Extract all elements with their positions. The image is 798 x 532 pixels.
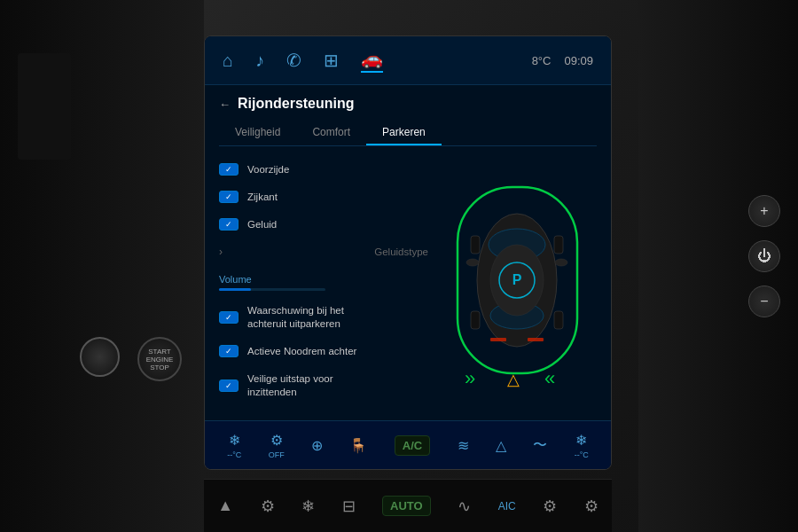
phys-freeze[interactable]: ❄	[301, 497, 315, 516]
wind-symbol: 〜	[533, 436, 547, 455]
off-symbol: ⚙	[270, 432, 283, 449]
phys-grid[interactable]: ⊟	[342, 497, 356, 516]
label-waarschuwing: Waarschuwing bij hetachteruit uitparkere…	[247, 304, 344, 331]
phys-settings2[interactable]: ⚙	[543, 497, 557, 516]
car-nav-icon[interactable]: 🚗	[361, 48, 383, 73]
ac-label: A/C	[395, 435, 430, 456]
tabs: Veiligheid Comfort Parkeren	[219, 121, 597, 146]
physical-controls-bottom: ▲ ⚙ ❄ ⊟ AUTO ∿ AIC ⚙ ⚙	[204, 479, 612, 532]
svg-rect-8	[554, 236, 563, 254]
tab-parkeren[interactable]: Parkeren	[366, 121, 442, 145]
setting-geluidstype[interactable]: › Geluidstype	[219, 241, 428, 263]
ac-icon[interactable]: A/C	[395, 435, 430, 456]
label-geluid: Geluid	[247, 218, 277, 231]
home-nav-icon[interactable]: ⌂	[223, 51, 233, 71]
volume-label: Volume	[219, 274, 428, 285]
left-knob[interactable]	[80, 337, 120, 377]
car-svg: P » △ «	[449, 174, 586, 395]
phys-auto[interactable]: AUTO	[382, 496, 431, 516]
temp-right-icon[interactable]: ❄ --°C	[575, 432, 589, 459]
toggle-uitstap: ✓	[219, 379, 239, 392]
fan-up-icon: ▲	[217, 497, 233, 515]
phys-wave[interactable]: ∿	[458, 497, 471, 516]
setting-geluid[interactable]: ✓ Geluid	[219, 214, 428, 236]
back-arrow[interactable]: ←	[219, 98, 231, 111]
fan-symbol: ⊕	[311, 437, 323, 454]
minus-button[interactable]: −	[748, 286, 780, 317]
setting-voorzijde[interactable]: ✓ Voorzijde	[219, 159, 428, 181]
temp-left-icon[interactable]: ❄ --°C	[227, 432, 241, 459]
phys-settings3[interactable]: ⚙	[584, 497, 598, 516]
svg-rect-10	[554, 311, 563, 329]
side-controls: + ⏻ −	[748, 195, 780, 317]
apps-nav-icon[interactable]: ⊞	[324, 50, 339, 71]
two-col-layout: ✓ Voorzijde ✓ Zijkant ✓ G	[219, 159, 597, 411]
toggle-waarschuwing: ✓	[219, 311, 239, 324]
setting-zijkant[interactable]: ✓ Zijkant	[219, 186, 428, 208]
off-label: OFF	[269, 450, 285, 459]
auto-label: AUTO	[382, 496, 431, 516]
seat-heat-icon[interactable]: 🪑	[349, 437, 367, 454]
tab-comfort[interactable]: Comfort	[296, 121, 366, 145]
tab-veiligheid[interactable]: Veiligheid	[219, 121, 296, 145]
svg-point-6	[555, 259, 567, 266]
svg-text:P: P	[512, 272, 521, 287]
label-noodrem: Actieve Noodrem achter	[247, 345, 356, 358]
setting-waarschuwing[interactable]: ✓ Waarschuwing bij hetachteruit uitparke…	[219, 300, 428, 335]
nav-icons: ⌂ ♪ ✆ ⊞ 🚗	[223, 48, 383, 73]
phys-aic[interactable]: AIC	[498, 500, 516, 512]
car-interior: START ENGINE STOP + ⏻ − ⌂ ♪ ✆ ⊞ 🚗 8°C 09…	[0, 0, 798, 532]
defrost-icon[interactable]: △	[496, 437, 506, 454]
power-button[interactable]: ⏻	[748, 240, 780, 272]
temp-right-symbol: ❄	[575, 432, 587, 449]
fan-icon[interactable]: ⊕	[311, 437, 323, 454]
toggle-zijkant: ✓	[219, 191, 239, 203]
setting-uitstap[interactable]: ✓ Veilige uitstap voorinzittenden	[219, 368, 428, 403]
content-area: ← Rijondersteuning Veiligheid Comfort Pa…	[205, 85, 611, 420]
left-vent	[18, 53, 71, 160]
label-voorzijde: Voorzijde	[247, 163, 289, 176]
bottom-climate-bar: ❄ --°C ⚙ OFF ⊕ 🪑 A/C ≋ △ 〜	[205, 420, 611, 469]
settings2-icon: ⚙	[543, 497, 557, 516]
wave-icon: ∿	[458, 497, 471, 516]
svg-point-5	[466, 259, 479, 266]
start-stop-button[interactable]: START ENGINE STOP	[137, 337, 182, 381]
status-bar: 8°C 09:09	[532, 54, 593, 67]
freeze-icon: ❄	[301, 497, 315, 516]
chevron-geluidstype: ›	[219, 246, 223, 258]
volume-bar-bg[interactable]	[219, 288, 325, 291]
temperature-display: 8°C	[532, 54, 552, 67]
media-nav-icon[interactable]: ♪	[255, 51, 264, 71]
svg-text:«: «	[544, 367, 555, 389]
airflow-icon[interactable]: ≋	[458, 437, 469, 454]
right-panel: + ⏻ −	[638, 0, 798, 532]
temp-left-value: --°C	[227, 450, 241, 459]
off-icon[interactable]: ⚙ OFF	[269, 432, 285, 459]
toggle-voorzijde: ✓	[219, 163, 239, 176]
label-zijkant: Zijkant	[247, 191, 278, 204]
svg-rect-7	[471, 236, 480, 254]
toggle-noodrem: ✓	[219, 345, 239, 357]
volume-section: Volume	[219, 269, 428, 294]
settings-list: ✓ Voorzijde ✓ Zijkant ✓ G	[219, 159, 428, 411]
car-visualization: P » △ «	[437, 159, 597, 411]
top-bar: ⌂ ♪ ✆ ⊞ 🚗 8°C 09:09	[205, 36, 611, 85]
breadcrumb: ← Rijondersteuning	[219, 96, 597, 112]
svg-rect-13	[490, 338, 506, 341]
temp-left-symbol: ❄	[229, 432, 240, 449]
plus-button[interactable]: +	[748, 195, 780, 227]
temp-right-value: --°C	[575, 450, 589, 459]
main-screen: ⌂ ♪ ✆ ⊞ 🚗 8°C 09:09 ← Rijondersteuning V…	[204, 35, 612, 470]
settings1-icon: ⚙	[261, 497, 275, 516]
phone-nav-icon[interactable]: ✆	[286, 50, 301, 71]
defrost-symbol: △	[496, 437, 506, 454]
svg-rect-9	[471, 311, 480, 329]
time-display: 09:09	[564, 54, 593, 67]
settings3-icon: ⚙	[584, 497, 598, 516]
phys-fan-up[interactable]: ▲	[217, 497, 233, 515]
aic-icon: AIC	[498, 500, 516, 512]
wind-icon[interactable]: 〜	[533, 436, 547, 455]
page-title: Rijondersteuning	[238, 96, 355, 112]
setting-noodrem[interactable]: ✓ Actieve Noodrem achter	[219, 340, 428, 363]
phys-settings1[interactable]: ⚙	[261, 497, 275, 516]
